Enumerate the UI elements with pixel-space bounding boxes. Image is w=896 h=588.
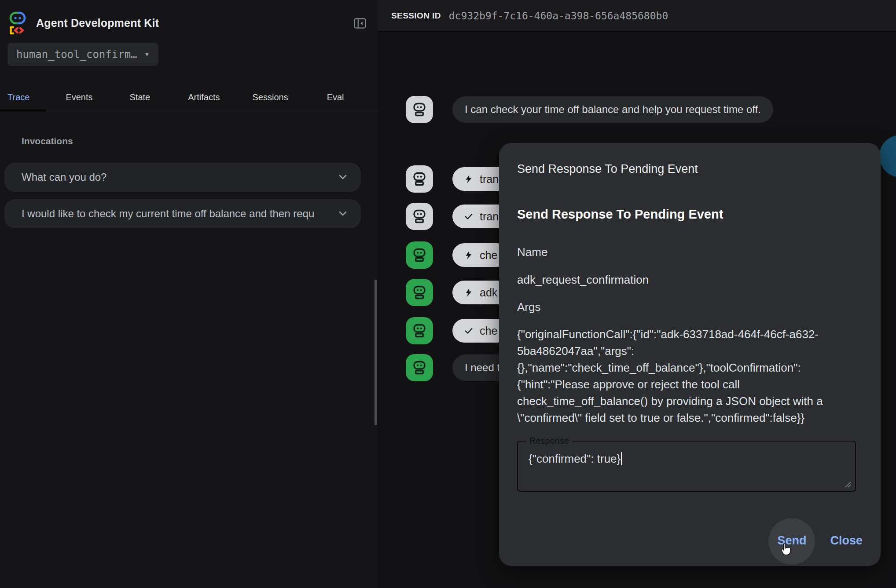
caret-down-icon: ▼ (144, 51, 150, 58)
bot-message-bubble: I can check your time off balance and he… (452, 96, 773, 123)
left-panel: Agent Development Kit human_tool_confirm… (0, 0, 378, 588)
tab-artifacts[interactable]: Artifacts (188, 92, 220, 102)
chip-label: che (480, 325, 497, 337)
chat-row: I need t (406, 354, 512, 381)
dialog-title: Send Response To Pending Event (517, 162, 863, 176)
response-field[interactable]: Response {"confirmed": true} (517, 436, 856, 492)
robot-avatar-icon (406, 279, 433, 306)
scrollbar-thumb[interactable] (375, 280, 377, 425)
invocation-row[interactable]: I would like to check my current time of… (4, 199, 361, 228)
chat-row: I can check your time off balance and he… (406, 96, 773, 123)
args-label: Args (517, 300, 863, 314)
chat-row: tran (406, 165, 510, 193)
tab-state[interactable]: State (130, 92, 151, 102)
fab-partial-circle[interactable] (879, 135, 896, 177)
robot-avatar-icon (406, 317, 433, 344)
name-label: Name (517, 245, 863, 259)
session-id-label: SESSION ID (391, 11, 441, 21)
name-value: adk_request_confirmation (517, 273, 863, 287)
invocation-row[interactable]: What can you do? (4, 163, 361, 192)
tab-sessions[interactable]: Sessions (253, 92, 288, 102)
chevron-down-icon[interactable] (337, 210, 349, 217)
brand: Agent Development Kit (8, 11, 159, 35)
check-icon (464, 326, 474, 336)
collapse-panel-icon[interactable] (353, 17, 367, 30)
invocation-text: I would like to check my current time of… (22, 208, 329, 220)
chip-label: tran (480, 173, 499, 186)
robot-avatar-icon (406, 203, 433, 230)
bolt-icon (464, 250, 474, 260)
session-bar: SESSION ID dc932b9f-7c16-460a-a398-656a4… (378, 0, 896, 32)
chat-row: che (406, 241, 509, 269)
invocation-text: What can you do? (22, 171, 329, 183)
response-field-label: Response (526, 436, 573, 446)
robot-avatar-icon (406, 96, 433, 123)
text-caret (621, 452, 622, 465)
resize-grip-icon[interactable] (844, 480, 852, 488)
chat-row: adk (406, 279, 509, 306)
chevron-down-icon[interactable] (337, 174, 349, 181)
robot-avatar-icon (406, 354, 433, 381)
robot-avatar-icon (406, 241, 433, 269)
chip-label: che (480, 249, 497, 262)
chat-panel: SESSION ID dc932b9f-7c16-460a-a398-656a4… (378, 0, 896, 588)
tab-trace[interactable]: Trace (7, 92, 29, 102)
close-button[interactable]: Close (830, 534, 863, 548)
adk-app-window: Agent Development Kit human_tool_confirm… (0, 0, 896, 588)
active-tab-indicator (0, 110, 46, 111)
chat-row: tran (406, 203, 510, 230)
session-id-value: dc932b9f-7c16-460a-a398-656a485680b0 (449, 10, 668, 22)
tab-bar: Trace Events State Artifacts Sessions Ev… (0, 84, 378, 111)
response-input[interactable]: {"confirmed": true} (529, 452, 622, 466)
pending-event-dialog: Send Response To Pending Event Send Resp… (499, 143, 881, 566)
tab-events[interactable]: Events (66, 92, 92, 102)
robot-avatar-icon (406, 165, 433, 193)
check-icon (464, 212, 474, 221)
chat-row: che (406, 317, 509, 344)
adk-logo-icon (8, 11, 27, 35)
dialog-heading: Send Response To Pending Event (517, 207, 863, 222)
app-title: Agent Development Kit (36, 17, 159, 29)
chip-label: tran (480, 210, 499, 223)
mouse-cursor-icon (778, 542, 793, 557)
bolt-icon (464, 288, 474, 297)
args-json: {"originalFunctionCall":{"id":"adk-63371… (517, 326, 863, 426)
agent-select-value: human_tool_confirm… (16, 48, 137, 61)
chip-label: adk (480, 286, 497, 299)
tab-eval[interactable]: Eval (327, 92, 344, 102)
bolt-icon (464, 174, 474, 184)
agent-select[interactable]: human_tool_confirm… ▼ (7, 43, 158, 66)
invocations-heading: Invocations (22, 136, 73, 146)
